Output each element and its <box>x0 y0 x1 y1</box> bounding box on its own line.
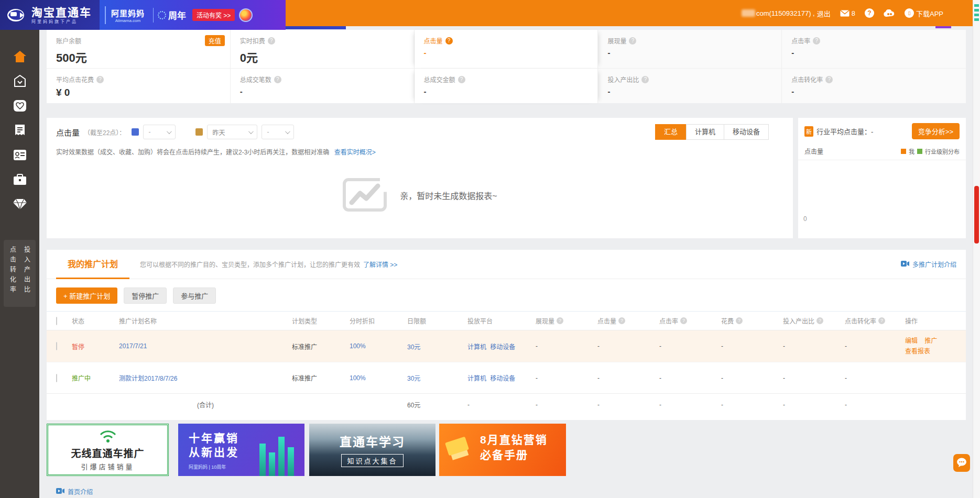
platform-computer-link[interactable]: 计算机 <box>467 344 486 351</box>
download-app[interactable]: ▯ 下载APP <box>905 8 943 18</box>
col-impressions: 展现量 <box>536 316 554 325</box>
chart-title-suffix: （截至22点）： <box>84 128 125 137</box>
stat-ctr-label: 点击率 <box>791 36 810 45</box>
realtime-notice: 实时效果数据（成交、收藏、加购）将会在点击后持续产生，建议2-3小时后再关注，数… <box>47 145 793 156</box>
scrollbar-thumb[interactable] <box>974 186 979 244</box>
stat-impressions[interactable]: 展现量 - <box>598 30 782 69</box>
discount-link[interactable]: 100% <box>350 342 366 350</box>
metric-dropdown-1[interactable]: - <box>143 125 176 139</box>
promo-banner-wireless[interactable]: 无线直通车推广 引爆店铺销量 <box>47 424 169 476</box>
metric-dropdown-2[interactable]: - <box>262 125 294 139</box>
realtime-overview-link[interactable]: 查看实时概况> <box>334 149 376 156</box>
help-icon[interactable] <box>96 76 104 83</box>
sidebar-item-tools[interactable] <box>12 173 28 186</box>
sidebar-item-account-card[interactable] <box>12 148 28 162</box>
activity-tag[interactable]: 活动有奖 >> <box>192 9 235 21</box>
help-icon[interactable] <box>813 37 820 45</box>
recharge-button[interactable]: 充值 <box>205 35 225 46</box>
promo-banner-handbook[interactable]: 8月直钻营销 必备手册 <box>439 424 566 476</box>
campaign-name-link[interactable]: 测款计划2017/8/7/26 <box>119 375 177 382</box>
alimama-brand-en: Alimama.com <box>111 18 145 23</box>
help-icon[interactable] <box>816 317 823 324</box>
row-checkbox[interactable] <box>56 374 57 382</box>
promo-banner-learning[interactable]: 直通车学习 知识点大集合 <box>309 424 435 476</box>
help-question-icon[interactable]: ? <box>865 8 874 18</box>
select-all-checkbox[interactable] <box>56 317 57 325</box>
help-icon[interactable] <box>445 37 453 45</box>
mail-widget[interactable]: 8 <box>840 9 855 17</box>
promote-link[interactable]: 推广 <box>924 337 937 345</box>
stat-total-orders-label: 总成交笔数 <box>240 75 271 84</box>
stat-balance-label: 账户余额 <box>56 36 230 45</box>
daily-limit-link[interactable]: 30元 <box>407 375 420 382</box>
anniversary-banner[interactable]: 阿里妈妈 Alimama.com 周年 活动有奖 >> <box>100 0 286 30</box>
clicks-chart-panel: 点击量 （截至22点）： - 昨天 - 汇总 计算机 移动设备 实时效果数据（成… <box>47 118 793 238</box>
chat-bubble-icon <box>956 458 967 469</box>
stat-clicks-label: 点击量 <box>424 36 443 45</box>
platform-computer-link[interactable]: 计算机 <box>467 375 486 382</box>
logout-link[interactable]: 退出 <box>817 8 831 18</box>
discount-link[interactable]: 100% <box>350 374 366 382</box>
competition-analysis-button[interactable]: 竞争分析>> <box>912 123 960 139</box>
stat-ctr[interactable]: 点击率 - <box>782 30 966 69</box>
daily-limit-link[interactable]: 30元 <box>407 344 420 351</box>
tab-mobile[interactable]: 移动设备 <box>724 124 769 140</box>
platform-mobile-link[interactable]: 移动设备 <box>490 344 515 351</box>
banner-line1: 十年赢销 <box>189 431 304 445</box>
app-logo[interactable]: 淘宝直通车 阿里妈妈旗下产品 <box>0 0 100 30</box>
platform-mobile-link[interactable]: 移动设备 <box>490 375 515 382</box>
help-icon[interactable] <box>618 317 625 324</box>
help-icon[interactable] <box>680 317 687 324</box>
homepage-intro-link[interactable]: 首页介绍 <box>68 487 93 496</box>
help-icon[interactable] <box>825 76 833 83</box>
vertical-label-click-conversion: 点击转化率 <box>8 246 17 307</box>
total-roi: - <box>783 401 845 408</box>
cell-cost: - <box>721 374 783 382</box>
sidebar-item-reports[interactable] <box>12 124 28 137</box>
cell-impressions: - <box>536 342 597 350</box>
help-icon[interactable] <box>557 317 563 324</box>
join-promotion-button[interactable]: 参与推广 <box>173 287 216 304</box>
multi-campaign-intro-link[interactable]: 多推广计划介绍 <box>912 260 956 269</box>
banner-line1: 8月直钻营销 <box>480 432 566 447</box>
help-icon[interactable] <box>274 76 281 83</box>
campaign-name-link[interactable]: 2017/7/21 <box>119 342 147 350</box>
customer-service-chat-button[interactable] <box>953 454 970 472</box>
help-icon[interactable] <box>736 317 743 324</box>
sidebar-item-gem[interactable] <box>12 197 28 211</box>
campaign-type: 标准推广 <box>292 342 350 351</box>
date-dropdown[interactable]: 昨天 <box>207 125 257 139</box>
help-icon[interactable] <box>641 76 649 83</box>
tab-summary[interactable]: 汇总 <box>655 124 687 140</box>
sidebar-item-shop[interactable] <box>12 74 28 88</box>
legend-me-label: 我 <box>909 147 914 156</box>
stat-clicks[interactable]: 点击量 - <box>415 30 598 69</box>
new-campaign-button[interactable]: + 新建推广计划 <box>56 287 117 304</box>
help-icon[interactable] <box>458 76 465 83</box>
tab-my-campaigns[interactable]: 我的推广计划 <box>56 250 129 279</box>
stat-roi-value: - <box>607 87 781 96</box>
skyline-decoration <box>288 447 294 476</box>
sidebar-item-home[interactable] <box>12 50 28 63</box>
help-icon[interactable] <box>629 37 636 45</box>
notice-text: 实时效果数据（成交、收藏、加购）将会在点击后持续产生，建议2-3小时后再关注，数… <box>56 149 329 156</box>
tab-computer[interactable]: 计算机 <box>686 124 724 140</box>
pause-campaign-button[interactable]: 暂停推广 <box>124 287 167 304</box>
help-icon[interactable] <box>878 317 885 324</box>
stat-total-orders-value: - <box>240 87 414 96</box>
chart-title: 点击量 <box>56 127 80 138</box>
edit-link[interactable]: 编辑 <box>905 337 918 345</box>
sidebar-metric-panel[interactable]: 点击转化率 投入产出比 <box>4 240 36 307</box>
page-scrollbar[interactable] <box>973 0 980 498</box>
promo-banner-anniversary[interactable]: 十年赢销 从新出发 阿里妈妈 | 10周年 <box>178 424 304 476</box>
ticket-decoration <box>445 436 469 456</box>
stat-avg-click-cost: 平均点击花费 ¥ 0 <box>47 69 231 103</box>
train-logo-icon <box>6 7 27 23</box>
view-report-link[interactable]: 查看报表 <box>905 348 930 355</box>
help-icon[interactable] <box>268 37 275 45</box>
cloud-icon[interactable] <box>884 9 895 17</box>
learn-more-link[interactable]: 了解详情 >> <box>363 260 397 269</box>
row-checkbox[interactable] <box>56 342 57 350</box>
scrollbar-marker <box>974 4 979 7</box>
sidebar-item-favorites[interactable] <box>12 99 28 113</box>
